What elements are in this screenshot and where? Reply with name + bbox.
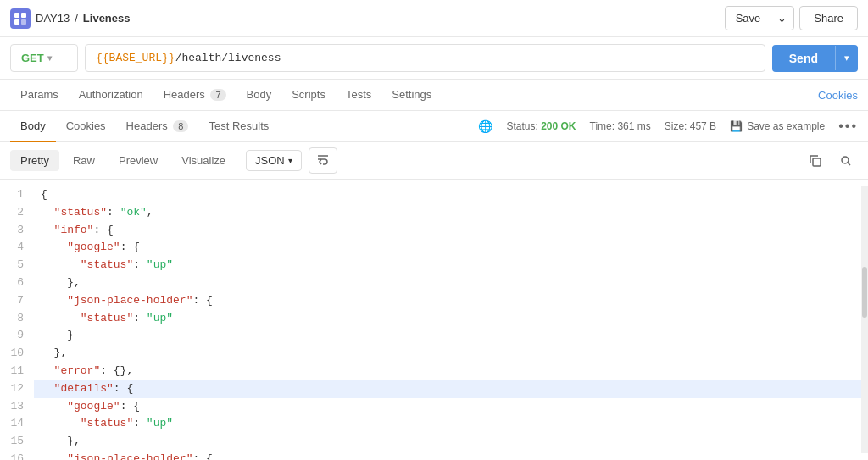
status-text: Status: 200 OK <box>506 120 576 132</box>
code-line-16: "json-place-holder": { <box>41 451 854 460</box>
code-tab-visualize[interactable]: Visualize <box>171 150 236 171</box>
svg-rect-1 <box>21 13 26 18</box>
save-example-button[interactable]: 💾 Save as example <box>730 120 825 132</box>
tab-body[interactable]: Body <box>236 80 282 111</box>
code-line-1: { <box>41 186 854 204</box>
code-line-12: "details": { <box>34 380 861 398</box>
format-label: JSON <box>255 154 285 167</box>
headers-badge: 7 <box>210 89 225 101</box>
resp-tab-cookies[interactable]: Cookies <box>56 111 116 142</box>
breadcrumb-separator: / <box>75 12 78 25</box>
format-select[interactable]: JSON ▾ <box>246 150 302 171</box>
url-bar: GET ▾ {{BASE_URL}}/health/liveness Send … <box>0 37 868 80</box>
breadcrumb-current: Liveness <box>83 12 131 25</box>
request-tabs: Params Authorization Headers 7 Body Scri… <box>0 80 868 111</box>
main-layout: GET ▾ {{BASE_URL}}/health/liveness Send … <box>0 37 868 460</box>
save-button-group[interactable]: Save ⌄ <box>725 6 795 30</box>
save-button[interactable]: Save <box>726 7 771 30</box>
save-icon: 💾 <box>730 120 743 132</box>
svg-rect-2 <box>14 19 19 25</box>
breadcrumb: DAY13 / Liveness <box>36 12 131 25</box>
status-ok: 200 OK <box>541 120 576 132</box>
svg-point-5 <box>842 157 849 163</box>
app-icon <box>10 8 31 29</box>
wrap-button[interactable] <box>309 147 337 174</box>
tab-headers[interactable]: Headers 7 <box>153 80 236 111</box>
response-status: 🌐 Status: 200 OK Time: 361 ms Size: 457 … <box>478 119 858 134</box>
size-text: Size: 457 B <box>665 120 716 132</box>
breadcrumb-parent: DAY13 <box>36 12 70 25</box>
code-tab-raw[interactable]: Raw <box>63 150 105 171</box>
send-button[interactable]: Send <box>772 45 835 72</box>
code-line-10: }, <box>41 345 854 363</box>
code-line-8: "status": "up" <box>41 310 854 328</box>
save-example-label: Save as example <box>747 120 825 132</box>
url-path: /health/liveness <box>175 52 281 64</box>
copy-button[interactable] <box>804 149 827 173</box>
code-line-4: "google": { <box>41 239 854 257</box>
share-button[interactable]: Share <box>799 6 858 30</box>
code-content: 123456789101112131415161718 { "status": … <box>0 180 868 460</box>
tab-settings[interactable]: Settings <box>381 80 442 111</box>
svg-rect-3 <box>21 19 26 25</box>
svg-rect-4 <box>813 158 821 166</box>
code-toolbar: Pretty Raw Preview Visualize JSON ▾ <box>0 142 868 180</box>
resp-tab-test-results[interactable]: Test Results <box>198 111 279 142</box>
scrollbar[interactable] <box>861 186 868 453</box>
code-line-7: "json-place-holder": { <box>41 292 854 310</box>
url-input[interactable]: {{BASE_URL}}/health/liveness <box>85 44 765 72</box>
code-line-9: } <box>41 327 854 345</box>
tab-params[interactable]: Params <box>10 80 69 111</box>
more-options-button[interactable]: ••• <box>838 119 858 134</box>
line-numbers: 123456789101112131415161718 <box>0 186 34 453</box>
code-line-13: "google": { <box>41 398 854 416</box>
save-dropdown-button[interactable]: ⌄ <box>771 7 793 30</box>
top-bar: DAY13 / Liveness Save ⌄ Share <box>0 0 868 37</box>
method-label: GET <box>21 52 44 64</box>
send-dropdown-button[interactable]: ▾ <box>835 46 858 70</box>
time-text: Time: 361 ms <box>590 120 651 132</box>
code-line-5: "status": "up" <box>41 257 854 274</box>
resp-tab-body[interactable]: Body <box>10 111 56 142</box>
size-value: 457 B <box>690 120 716 132</box>
code-line-3: "info": { <box>41 222 854 240</box>
code-lines: { "status": "ok", "info": { "google": { … <box>34 186 861 453</box>
code-tab-preview[interactable]: Preview <box>108 150 168 171</box>
code-line-2: "status": "ok", <box>41 204 854 222</box>
url-base: {{BASE_URL}} <box>96 52 175 64</box>
globe-icon: 🌐 <box>478 119 492 133</box>
toolbar-right <box>804 149 858 173</box>
resp-headers-badge: 8 <box>173 120 188 132</box>
scrollbar-thumb[interactable] <box>862 267 867 318</box>
send-button-group[interactable]: Send ▾ <box>772 45 858 72</box>
tab-tests[interactable]: Tests <box>336 80 381 111</box>
code-line-11: "error": {}, <box>41 363 854 380</box>
time-value: 361 ms <box>617 120 650 132</box>
code-line-14: "status": "up" <box>41 415 854 433</box>
method-chevron-icon: ▾ <box>47 53 52 63</box>
top-bar-right: Save ⌄ Share <box>725 6 858 30</box>
code-tab-pretty[interactable]: Pretty <box>10 150 59 171</box>
svg-rect-0 <box>14 13 19 18</box>
method-select[interactable]: GET ▾ <box>10 44 78 72</box>
search-button[interactable] <box>834 149 858 173</box>
resp-tab-headers[interactable]: Headers 8 <box>116 111 199 142</box>
code-line-6: }, <box>41 274 854 292</box>
format-chevron-icon: ▾ <box>288 156 292 165</box>
top-bar-left: DAY13 / Liveness <box>10 8 131 29</box>
response-tabs: Body Cookies Headers 8 Test Results 🌐 St… <box>0 111 868 142</box>
tab-scripts[interactable]: Scripts <box>281 80 336 111</box>
tab-authorization[interactable]: Authorization <box>69 80 153 111</box>
cookies-link[interactable]: Cookies <box>818 89 858 102</box>
code-line-15: }, <box>41 433 854 451</box>
